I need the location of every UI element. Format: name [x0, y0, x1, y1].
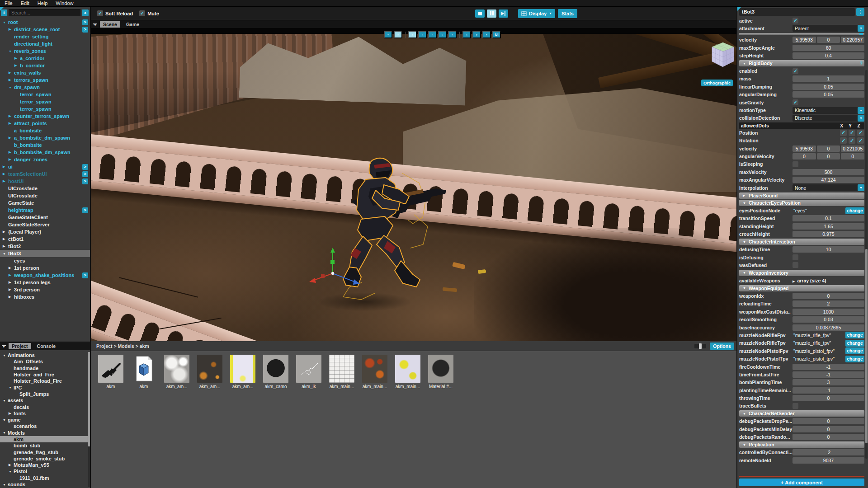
- section-expand-arrow[interactable]: ▼: [743, 240, 749, 244]
- tree-item-3rd-person[interactable]: ▶3rd person: [0, 286, 90, 293]
- expand-arrow[interactable]: ▶: [3, 165, 8, 169]
- asset-tile-akm[interactable]: akm: [98, 355, 123, 389]
- expand-arrow[interactable]: ▶: [9, 28, 14, 31]
- orientation-cube[interactable]: [711, 42, 735, 68]
- tree-item-grenade-smoke-stub[interactable]: grenade_smoke_stub: [0, 455, 88, 462]
- menu-window[interactable]: Window: [56, 0, 73, 6]
- value-field[interactable]: 10: [793, 246, 864, 253]
- asset-tile-akm-main[interactable]: akm_main...: [395, 355, 420, 389]
- expand-arrow[interactable]: ▼: [9, 470, 14, 473]
- expand-arrow[interactable]: ▼: [3, 431, 8, 434]
- snap-magnet-button[interactable]: [462, 31, 471, 38]
- tree-item-a-corridor[interactable]: ▶a_corridor: [0, 55, 90, 62]
- tree-item-gamestateserver[interactable]: GameStateServer: [0, 221, 90, 228]
- dropdown-field[interactable]: Parent▼: [793, 25, 864, 32]
- expand-arrow[interactable]: ▶: [9, 273, 14, 277]
- chevron-down-icon[interactable]: ▼: [858, 25, 864, 32]
- tree-item-scenarios[interactable]: scenarios: [0, 423, 88, 429]
- projection-mode-label[interactable]: Orthographic: [701, 80, 733, 86]
- value-field[interactable]: 0.975: [793, 231, 864, 237]
- view-pan-button[interactable]: [384, 31, 392, 38]
- checkbox-checked[interactable]: ✓: [793, 99, 798, 105]
- value-field[interactable]: 0.4: [793, 52, 864, 59]
- menu-edit[interactable]: Edit: [21, 0, 29, 6]
- vector-component-field[interactable]: 0: [817, 37, 840, 43]
- chevron-down-icon[interactable]: ▼: [858, 184, 864, 191]
- tree-item-uicrossfade[interactable]: UICrossfade: [0, 192, 90, 199]
- asset-tile-akm-main[interactable]: akm_main...: [329, 355, 354, 389]
- tree-item-game[interactable]: ▼game: [0, 417, 88, 423]
- expand-arrow[interactable]: ▼: [3, 483, 8, 486]
- tree-item-1st-person[interactable]: ▶1st person: [0, 264, 90, 272]
- section-expand-arrow[interactable]: ▼: [743, 62, 749, 65]
- tree-item-ipc[interactable]: ▼IPC: [0, 384, 88, 390]
- expand-arrow[interactable]: ▶: [9, 114, 14, 118]
- search-input[interactable]: [9, 9, 80, 16]
- vector-component-field[interactable]: 0: [817, 153, 840, 160]
- checkbox-checked[interactable]: ✓: [840, 137, 847, 144]
- expand-arrow[interactable]: ▶: [9, 288, 14, 291]
- expand-arrow[interactable]: ▼: [9, 86, 14, 89]
- checkbox-checked[interactable]: ✓: [849, 137, 855, 144]
- checkbox-unchecked[interactable]: ✓: [793, 161, 798, 167]
- tree-item-uicrossfade[interactable]: UICrossfade: [0, 185, 90, 192]
- value-field[interactable]: 0: [793, 418, 864, 424]
- tree-item-b-bombsite-dm-spawn[interactable]: ▶b_bombsite_dm_spawn: [0, 149, 90, 156]
- marquee-select-tool[interactable]: [438, 31, 447, 38]
- tree-item-b-corridor[interactable]: ▶b_corridor: [0, 62, 90, 69]
- checkbox-checked[interactable]: ✓: [857, 130, 864, 136]
- tree-item-tbot3[interactable]: ▼tBot3: [0, 250, 90, 257]
- vector-component-field[interactable]: 0.220957: [841, 37, 864, 43]
- tree-item-danger-zones[interactable]: ▶danger_zones: [0, 156, 90, 163]
- value-field[interactable]: 1000: [793, 309, 864, 315]
- tree-item-1st-person-legs[interactable]: ▶1st person legs: [0, 279, 90, 286]
- grid-toggle[interactable]: [472, 31, 481, 38]
- expand-arrow[interactable]: ▼: [3, 21, 8, 24]
- expand-arrow[interactable]: ▶: [9, 150, 14, 154]
- checkbox-checked[interactable]: ✓: [849, 130, 855, 136]
- checkbox-checked[interactable]: ✓: [793, 68, 798, 74]
- vector-component-field[interactable]: 0: [841, 153, 864, 160]
- tab-game[interactable]: Game: [123, 21, 142, 28]
- asset-tile-akm[interactable]: akm: [131, 355, 156, 389]
- goto-node-chip[interactable]: >: [82, 207, 88, 213]
- asset-tile-akm-main[interactable]: akm_main...: [362, 355, 387, 389]
- universal-tool[interactable]: [448, 31, 457, 38]
- expand-arrow[interactable]: ▶: [14, 64, 20, 67]
- section-header-weaponinventory[interactable]: ▼WeaponInventory: [739, 270, 864, 276]
- expand-arrow[interactable]: ▼: [3, 418, 8, 422]
- vector-component-field[interactable]: 0: [793, 153, 816, 160]
- section-expand-arrow[interactable]: ▼: [743, 271, 749, 274]
- change-button[interactable]: change: [845, 207, 864, 214]
- value-field[interactable]: 0.00872665: [793, 324, 864, 331]
- 3d-viewport[interactable]: UI Orthographic: [91, 28, 736, 341]
- value-field[interactable]: -1: [793, 387, 864, 394]
- mute-checkbox[interactable]: ✓ Mute: [139, 10, 159, 16]
- tree-item-gamestateclient[interactable]: GameStateClient: [0, 214, 90, 221]
- section-header-weaponequipped[interactable]: ▼WeaponEquipped: [739, 285, 864, 291]
- value-field[interactable]: 3: [793, 379, 864, 385]
- section-help-icon[interactable]: ?: [860, 61, 863, 66]
- tree-item-district-scene-root[interactable]: ▶district_scene_root>: [0, 26, 90, 33]
- tree-item-ui[interactable]: ▶ui>: [0, 163, 90, 170]
- expand-arrow[interactable]: ▼: [9, 386, 14, 389]
- tree-item-models[interactable]: ▼Models: [0, 430, 88, 436]
- tree-item-gamestate[interactable]: GameState: [0, 199, 90, 206]
- expand-arrow[interactable]: ▶: [3, 244, 8, 248]
- value-field[interactable]: 2: [793, 300, 864, 307]
- checkbox-unchecked[interactable]: ✓: [793, 403, 798, 409]
- asset-tile-akm-camo[interactable]: akm_camo: [263, 355, 288, 389]
- project-scrollbar[interactable]: [88, 352, 90, 487]
- tree-item-extra-walls[interactable]: ▶extra_walls: [0, 69, 90, 76]
- tree-item-holster-reload-fire[interactable]: Holster_Reload_Fire: [0, 378, 88, 384]
- tree-item-animations[interactable]: ▼Animations: [0, 352, 88, 358]
- tree-item-pistol[interactable]: ▼Pistol: [0, 468, 88, 474]
- change-button[interactable]: change: [845, 340, 864, 347]
- tree-item-heightmap[interactable]: heightmap>: [0, 206, 90, 214]
- value-field[interactable]: 0: [793, 426, 864, 432]
- ui-toggle[interactable]: UI: [492, 31, 501, 38]
- expand-arrow[interactable]: ▶: [9, 266, 14, 270]
- tree-item-tbot2[interactable]: ▶tBot2: [0, 243, 90, 250]
- expand-arrow[interactable]: ▶: [9, 295, 14, 299]
- section-header-rigidbody[interactable]: ▼RigidBody?: [739, 60, 864, 66]
